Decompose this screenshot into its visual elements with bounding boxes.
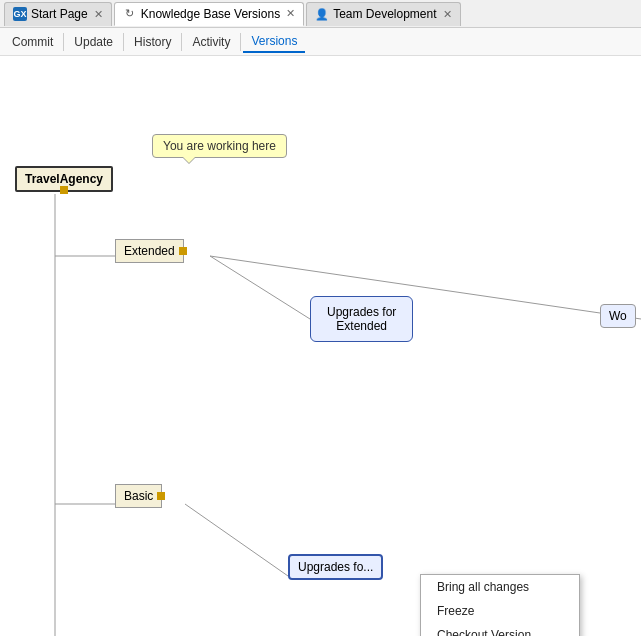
refresh-icon: ↻ — [123, 7, 137, 21]
tab-team-dev-label: Team Development — [333, 7, 436, 21]
tab-kb-versions-close[interactable]: ✕ — [286, 7, 295, 20]
tab-start-page-label: Start Page — [31, 7, 88, 21]
versions-button[interactable]: Versions — [243, 31, 305, 53]
svg-line-4 — [185, 504, 288, 576]
node-travel-agency-label: TravelAgency — [25, 172, 103, 186]
canvas: You are working here TravelAgency Extend… — [0, 56, 641, 636]
tab-start-page[interactable]: GX Start Page ✕ — [4, 2, 112, 26]
context-menu-checkout-version[interactable]: Checkout Version — [421, 623, 579, 636]
commit-button[interactable]: Commit — [4, 32, 61, 52]
gx-icon: GX — [13, 7, 27, 21]
node-extended[interactable]: Extended — [115, 239, 184, 263]
history-button[interactable]: History — [126, 32, 179, 52]
tab-bar: GX Start Page ✕ ↻ Knowledge Base Version… — [0, 0, 641, 28]
callout-bubble: You are working here — [152, 134, 287, 158]
toolbar: Commit Update History Activity Versions — [0, 28, 641, 56]
extended-indicator — [179, 247, 187, 255]
tab-start-page-close[interactable]: ✕ — [94, 8, 103, 21]
toolbar-separator-4 — [240, 33, 241, 51]
node-work-partial-label: Wo — [609, 309, 627, 323]
svg-line-2 — [210, 256, 310, 319]
node-upgrades-extended[interactable]: Upgrades forExtended — [310, 296, 413, 342]
context-menu-bring-all-changes[interactable]: Bring all changes — [421, 575, 579, 599]
context-menu-freeze[interactable]: Freeze — [421, 599, 579, 623]
node-upgrades-basic-label: Upgrades fo... — [298, 560, 373, 574]
travel-agency-indicator — [60, 186, 68, 194]
node-travel-agency[interactable]: TravelAgency — [15, 166, 113, 192]
tab-kb-versions-label: Knowledge Base Versions — [141, 7, 280, 21]
team-icon: 👤 — [315, 7, 329, 21]
basic-indicator — [157, 492, 165, 500]
tab-team-dev[interactable]: 👤 Team Development ✕ — [306, 2, 460, 26]
tab-kb-versions[interactable]: ↻ Knowledge Base Versions ✕ — [114, 2, 304, 26]
toolbar-separator-3 — [181, 33, 182, 51]
node-extended-label: Extended — [124, 244, 175, 258]
node-upgrades-extended-label: Upgrades forExtended — [327, 305, 396, 333]
toolbar-separator-1 — [63, 33, 64, 51]
node-upgrades-basic[interactable]: Upgrades fo... — [288, 554, 383, 580]
toolbar-separator-2 — [123, 33, 124, 51]
tab-team-dev-close[interactable]: ✕ — [443, 8, 452, 21]
context-menu: Bring all changes Freeze Checkout Versio… — [420, 574, 580, 636]
node-basic[interactable]: Basic — [115, 484, 162, 508]
node-basic-label: Basic — [124, 489, 153, 503]
update-button[interactable]: Update — [66, 32, 121, 52]
callout-text: You are working here — [163, 139, 276, 153]
svg-line-5 — [210, 256, 641, 319]
activity-button[interactable]: Activity — [184, 32, 238, 52]
node-work-partial[interactable]: Wo — [600, 304, 636, 328]
connection-lines — [0, 56, 641, 636]
